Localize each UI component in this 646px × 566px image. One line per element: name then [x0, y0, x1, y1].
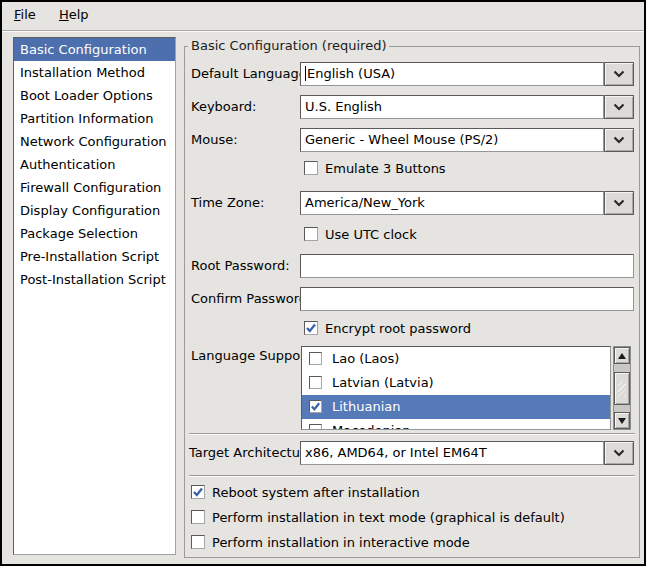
- chevron-down-icon: [613, 103, 625, 111]
- language-checkbox[interactable]: [309, 376, 322, 389]
- text-mode-label: Perform installation in text mode (graph…: [212, 510, 565, 525]
- target-architecture-dropdown-button[interactable]: [604, 441, 634, 465]
- use-utc-clock-checkbox[interactable]: [304, 227, 318, 241]
- menu-file[interactable]: File: [7, 2, 43, 27]
- encrypt-root-password-checkbox[interactable]: [304, 321, 318, 335]
- keyboard-label: Keyboard:: [191, 95, 257, 119]
- target-architecture-label: Target Architecture:: [189, 441, 317, 465]
- sidebar-item-package-selection[interactable]: Package Selection: [14, 222, 175, 245]
- sidebar-item-firewall-configuration[interactable]: Firewall Configuration: [14, 176, 175, 199]
- language-support-list: Lao (Laos) Latvian (Latvia) Lithuanian M…: [301, 346, 611, 430]
- mouse-label: Mouse:: [191, 128, 238, 152]
- chevron-down-icon: [613, 449, 625, 457]
- sidebar-item-post-installation-script[interactable]: Post-Installation Script: [14, 268, 175, 291]
- mouse-dropdown-button[interactable]: [604, 128, 634, 152]
- kickstart-configurator-window: File Help Basic Configuration Installati…: [0, 0, 646, 566]
- mouse-input[interactable]: Generic - Wheel Mouse (PS/2): [300, 128, 604, 152]
- sidebar-item-pre-installation-script[interactable]: Pre-Installation Script: [14, 245, 175, 268]
- separator: [189, 433, 635, 434]
- confirm-password-field[interactable]: [300, 287, 634, 311]
- language-option-macedonian[interactable]: Macedonian: [302, 419, 610, 430]
- scrollbar-thumb[interactable]: [614, 372, 630, 405]
- chevron-down-icon: [613, 136, 625, 144]
- menu-help[interactable]: Help: [52, 2, 96, 27]
- arrow-up-icon: [618, 353, 626, 359]
- checkmark-icon: [310, 401, 321, 412]
- chevron-down-icon: [613, 199, 625, 207]
- frame-title: Basic Configuration (required): [188, 38, 389, 54]
- default-language-input[interactable]: English (USA): [300, 62, 604, 86]
- sidebar-item-display-configuration[interactable]: Display Configuration: [14, 199, 175, 222]
- section-list: Basic Configuration Installation Method …: [13, 37, 176, 555]
- interactive-mode-checkbox[interactable]: [191, 535, 205, 549]
- basic-configuration-frame: Basic Configuration (required) Default L…: [184, 46, 640, 558]
- text-mode-checkbox[interactable]: [191, 510, 205, 524]
- scrollbar-up-button[interactable]: [614, 347, 630, 364]
- language-option-latvian[interactable]: Latvian (Latvia): [302, 371, 610, 395]
- keyboard-dropdown-button[interactable]: [604, 95, 634, 119]
- interactive-mode-label: Perform installation in interactive mode: [212, 535, 470, 550]
- text-caret: [305, 66, 306, 81]
- default-language-label: Default Language:: [191, 62, 311, 86]
- root-password-label: Root Password:: [191, 254, 290, 278]
- reboot-after-install-label: Reboot system after installation: [212, 485, 420, 500]
- checkmark-icon: [192, 486, 204, 498]
- language-option-lao[interactable]: Lao (Laos): [302, 347, 610, 371]
- root-password-field[interactable]: [300, 254, 634, 278]
- language-support-label: Language Support:: [191, 344, 315, 368]
- language-checkbox[interactable]: [309, 352, 322, 365]
- sidebar-item-authentication[interactable]: Authentication: [14, 153, 175, 176]
- sidebar-item-partition-information[interactable]: Partition Information: [14, 107, 175, 130]
- chevron-down-icon: [613, 70, 625, 78]
- time-zone-dropdown-button[interactable]: [604, 191, 634, 215]
- encrypt-root-password-label: Encrypt root password: [325, 321, 471, 336]
- menu-bar: File Help: [2, 2, 644, 31]
- time-zone-label: Time Zone:: [191, 191, 264, 215]
- scrollbar-down-button[interactable]: [614, 412, 630, 429]
- confirm-password-label: Confirm Password:: [191, 287, 311, 311]
- emulate-3-buttons-checkbox[interactable]: [304, 161, 318, 175]
- target-architecture-input[interactable]: x86, AMD64, or Intel EM64T: [300, 441, 604, 465]
- language-option-lithuanian[interactable]: Lithuanian: [302, 395, 610, 419]
- keyboard-input[interactable]: U.S. English: [300, 95, 604, 119]
- language-checkbox[interactable]: [309, 424, 322, 430]
- sidebar-item-installation-method[interactable]: Installation Method: [14, 61, 175, 84]
- arrow-down-icon: [618, 418, 626, 424]
- language-list-scrollbar[interactable]: [613, 346, 631, 430]
- default-language-dropdown-button[interactable]: [604, 62, 634, 86]
- checkmark-icon: [305, 322, 317, 334]
- separator: [189, 475, 635, 476]
- language-checkbox[interactable]: [309, 400, 322, 413]
- reboot-after-install-checkbox[interactable]: [191, 485, 205, 499]
- use-utc-clock-label: Use UTC clock: [325, 227, 417, 242]
- emulate-3-buttons-label: Emulate 3 Buttons: [325, 161, 446, 176]
- sidebar-item-boot-loader-options[interactable]: Boot Loader Options: [14, 84, 175, 107]
- sidebar-item-basic-configuration[interactable]: Basic Configuration: [14, 38, 175, 61]
- time-zone-input[interactable]: America/New_York: [300, 191, 604, 215]
- sidebar-item-network-configuration[interactable]: Network Configuration: [14, 130, 175, 153]
